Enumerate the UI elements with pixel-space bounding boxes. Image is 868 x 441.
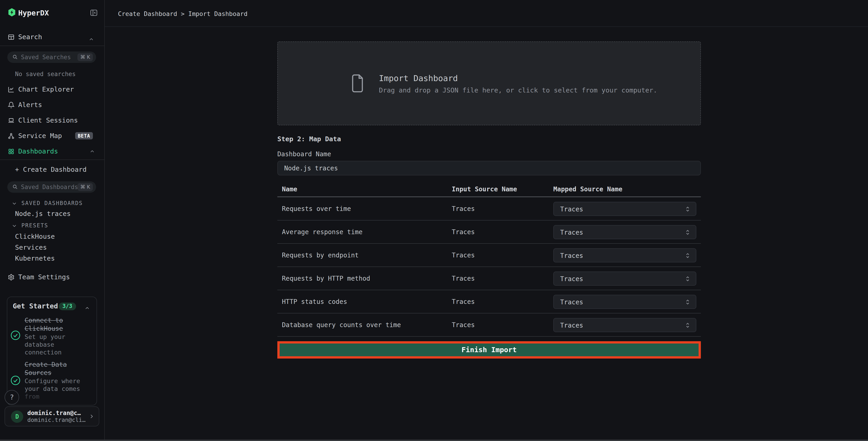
- chart-name: Database query counts over time: [282, 321, 401, 328]
- preset-link-services[interactable]: Services: [15, 244, 47, 251]
- input-source-name: Traces: [452, 205, 475, 212]
- select-chevrons-icon: [684, 252, 691, 259]
- mapped-source-select[interactable]: Traces: [553, 225, 696, 239]
- search-icon: [12, 183, 18, 192]
- import-dropzone[interactable]: Import Dashboard Drag and drop a JSON fi…: [277, 41, 701, 125]
- chevron-up-icon: [90, 149, 95, 154]
- search-icon: [12, 53, 18, 61]
- table-row: HTTP status codes Traces Traces: [277, 290, 701, 314]
- saved-searches-placeholder: Saved Searches: [21, 54, 78, 61]
- get-started-title: Get Started: [13, 302, 58, 310]
- selected-source: Traces: [560, 252, 684, 259]
- select-chevrons-icon: [684, 205, 691, 212]
- laptop-icon: [8, 117, 14, 124]
- finish-import-label: Finish Import: [462, 346, 517, 354]
- main-content: Create Dashboard > Import Dashboard Impo…: [105, 0, 868, 441]
- input-source-name: Traces: [452, 321, 475, 328]
- input-source-name: Traces: [452, 298, 475, 305]
- mapped-source-select[interactable]: Traces: [553, 202, 696, 216]
- sidebar-divider: [0, 46, 105, 46]
- dashboard-name-input[interactable]: Node.js traces: [277, 161, 701, 175]
- question-mark-icon: ?: [10, 393, 14, 401]
- sidebar-item-label: Dashboards: [18, 148, 58, 155]
- progress-badge: 3/3: [59, 302, 76, 310]
- search-section-label: Search: [18, 33, 42, 40]
- mapped-source-select[interactable]: Traces: [553, 318, 696, 332]
- page-header: Create Dashboard > Import Dashboard: [105, 0, 868, 27]
- get-started-item-title: Create Data Sources: [25, 361, 94, 377]
- chevron-up-icon[interactable]: [85, 304, 90, 313]
- preset-link-kubernetes[interactable]: Kubernetes: [15, 255, 55, 262]
- beta-badge: BETA: [75, 132, 93, 139]
- group-label: PRESETS: [22, 222, 48, 229]
- no-saved-searches-text: No saved searches: [15, 70, 75, 78]
- sidebar-collapse-icon[interactable]: [90, 9, 98, 17]
- column-header-input: Input Source Name: [452, 185, 517, 193]
- sidebar-section-search[interactable]: Search: [0, 30, 105, 45]
- mapped-source-select[interactable]: Traces: [553, 295, 696, 309]
- column-header-mapped: Mapped Source Name: [553, 185, 622, 193]
- table-row: Requests by endpoint Traces Traces: [277, 244, 701, 267]
- select-chevrons-icon: [684, 275, 691, 282]
- selected-source: Traces: [560, 205, 684, 212]
- selected-source: Traces: [560, 229, 684, 236]
- sidebar-item-chart-explorer[interactable]: Chart Explorer: [0, 82, 105, 97]
- sidebar: HyperDX Search Saved Searches ⌘ K No sav…: [0, 0, 105, 441]
- column-header-name: Name: [282, 185, 297, 193]
- sidebar-item-label: Team Settings: [18, 273, 70, 281]
- table-row: Database query counts over time Traces T…: [277, 314, 701, 337]
- bell-icon: [8, 101, 14, 108]
- preset-link-clickhouse[interactable]: ClickHouse: [15, 233, 55, 240]
- finish-import-button[interactable]: Finish Import: [280, 344, 699, 356]
- sidebar-item-label: Chart Explorer: [18, 86, 74, 93]
- breadcrumb: Create Dashboard > Import Dashboard: [118, 10, 248, 17]
- dashboard-link-nodejs-traces[interactable]: Node.js traces: [15, 210, 70, 217]
- dashboard-name-value: Node.js traces: [284, 165, 338, 172]
- mapped-source-select[interactable]: Traces: [553, 271, 696, 286]
- finish-import-button-highlight: Finish Import: [277, 341, 701, 358]
- sidebar-item-dashboards[interactable]: Dashboards: [0, 144, 105, 159]
- saved-dashboards-placeholder: Saved Dashboards: [21, 184, 78, 190]
- window-bottom-edge: [0, 440, 868, 441]
- saved-dashboards-group-header[interactable]: SAVED DASHBOARDS: [12, 200, 83, 206]
- get-started-panel: Get Started 3/3 Connect to ClickHouse Se…: [7, 297, 97, 406]
- dashboards-grid-icon: [8, 148, 14, 155]
- table-header-row: Name Input Source Name Mapped Source Nam…: [277, 182, 701, 197]
- step-label: Step 2: Map Data: [277, 135, 341, 143]
- input-source-name: Traces: [452, 275, 475, 282]
- create-dashboard-button[interactable]: + Create Dashboard: [15, 166, 87, 173]
- chevron-down-icon: [12, 223, 17, 228]
- help-button[interactable]: ?: [5, 390, 19, 405]
- user-name: dominic.tran@c…: [27, 409, 86, 416]
- sidebar-item-team-settings[interactable]: Team Settings: [0, 269, 105, 285]
- chart-name: Average response time: [282, 228, 363, 236]
- sidebar-item-label: Alerts: [18, 101, 42, 109]
- user-menu[interactable]: D dominic.tran@c… dominic.tran@cli…: [5, 406, 99, 427]
- file-icon: [350, 74, 365, 93]
- presets-group-header[interactable]: PRESETS: [12, 222, 48, 229]
- check-circle-icon: [10, 375, 21, 388]
- sidebar-item-service-map[interactable]: Service Map BETA: [0, 128, 105, 144]
- mapped-source-select[interactable]: Traces: [553, 248, 696, 262]
- sidebar-item-client-sessions[interactable]: Client Sessions: [0, 113, 105, 128]
- mapping-table: Name Input Source Name Mapped Source Nam…: [277, 182, 701, 337]
- selected-source: Traces: [560, 321, 684, 329]
- input-source-name: Traces: [452, 252, 475, 259]
- table-row: Average response time Traces Traces: [277, 220, 701, 244]
- dropzone-title: Import Dashboard: [379, 73, 657, 83]
- saved-dashboards-input[interactable]: Saved Dashboards ⌘ K: [7, 181, 96, 193]
- select-chevrons-icon: [684, 229, 691, 236]
- get-started-item-title: Connect to ClickHouse: [25, 317, 94, 332]
- sidebar-item-label: Client Sessions: [18, 117, 78, 124]
- sidebar-divider: [0, 159, 105, 160]
- group-label: SAVED DASHBOARDS: [22, 200, 83, 206]
- chart-name: Requests over time: [282, 205, 351, 212]
- dropzone-subtitle: Drag and drop a JSON file here, or click…: [379, 86, 657, 94]
- chevron-right-icon: [89, 414, 94, 419]
- select-chevrons-icon: [684, 298, 691, 305]
- sidebar-item-alerts[interactable]: Alerts: [0, 97, 105, 113]
- chart-name: HTTP status codes: [282, 298, 347, 305]
- app-window: HyperDX Search Saved Searches ⌘ K No sav…: [0, 0, 868, 441]
- saved-searches-input[interactable]: Saved Searches ⌘ K: [7, 52, 96, 63]
- selected-source: Traces: [560, 275, 684, 282]
